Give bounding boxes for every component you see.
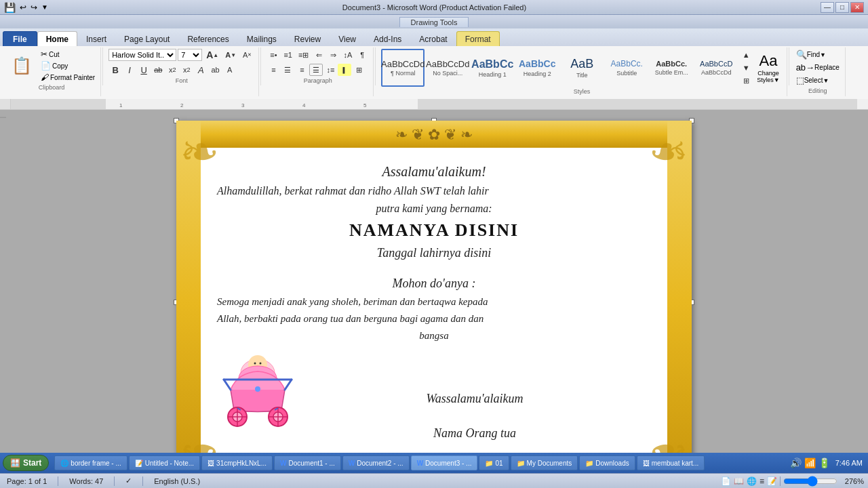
quick-access-undo[interactable]: ↩	[20, 3, 26, 12]
format-painter-button[interactable]: 🖌 Format Painter	[39, 72, 96, 83]
window-controls[interactable]: — □ ✕	[821, 2, 864, 13]
tray-icon-3[interactable]: 🔋	[818, 458, 830, 468]
taskbar-item-doc3[interactable]: WDocument3 - ...	[411, 455, 478, 470]
taskbar-item-notepad[interactable]: 📝Untitled - Note...	[129, 455, 200, 470]
tab-insert[interactable]: Insert	[77, 31, 115, 46]
subscript-button[interactable]: x2	[165, 64, 179, 76]
multilevel-button[interactable]: ≡⊞	[296, 49, 311, 61]
align-left-button[interactable]: ≡	[267, 64, 280, 76]
sort-button[interactable]: ↕A	[340, 49, 355, 61]
shading-button[interactable]: ▌	[338, 64, 351, 76]
borders-button[interactable]: ⊞	[352, 64, 366, 76]
tab-references[interactable]: References	[178, 31, 237, 46]
italic-button[interactable]: I	[123, 64, 136, 76]
line-spacing-button[interactable]: ↕≡	[323, 64, 337, 76]
taskbar-item-doc2[interactable]: WDocument2 - ...	[342, 455, 410, 470]
tab-mailings[interactable]: Mailings	[238, 31, 285, 46]
font-size-select[interactable]: 7	[178, 49, 202, 61]
tab-page-layout[interactable]: Page Layout	[115, 31, 178, 46]
tray-icon-2[interactable]: 📶	[804, 458, 816, 468]
selection-handle-mr[interactable]	[689, 300, 694, 305]
decrease-indent-button[interactable]: ⇐	[312, 49, 326, 61]
view-web-button[interactable]: 🌐	[747, 476, 757, 486]
view-print-button[interactable]: 📄	[721, 476, 731, 486]
selection-handle-ml[interactable]	[174, 300, 179, 305]
taskbar-item-downloads[interactable]: 📁Downloads	[579, 455, 635, 470]
tab-add-ins[interactable]: Add-Ins	[365, 31, 410, 46]
svg-text:5: 5	[363, 102, 367, 108]
find-button[interactable]: 🔍 Find▼	[795, 49, 841, 60]
clear-format-button[interactable]: A✕	[240, 49, 254, 61]
superscript-button[interactable]: x2	[180, 64, 193, 76]
tab-home[interactable]: Home	[37, 31, 77, 46]
selection-handle-tr[interactable]	[689, 118, 694, 123]
font-name-select[interactable]: Harlow Solid It...	[108, 49, 176, 61]
style-subtle-em[interactable]: AaBbCc. Subtle Em...	[650, 49, 693, 87]
close-button[interactable]: ✕	[850, 2, 864, 13]
replace-button[interactable]: ab→ Replace	[795, 62, 841, 73]
style-nospace-label: No Spaci...	[433, 70, 462, 77]
taskbar-item-kart[interactable]: 🖼membuat kart...	[637, 455, 705, 470]
tab-view[interactable]: View	[330, 31, 365, 46]
center-button[interactable]: ☰	[281, 64, 294, 76]
taskbar-item-doc1[interactable]: WDocument1 - ...	[274, 455, 341, 470]
bold-button[interactable]: B	[108, 64, 122, 76]
left-margin-handle[interactable]: |	[0, 117, 7, 118]
zoom-slider[interactable]	[783, 477, 837, 485]
tray-icon-1[interactable]: 🔊	[790, 458, 802, 468]
change-styles-button[interactable]: Aa Change Styles▼	[754, 49, 782, 86]
cut-button[interactable]: ✂ Cut	[39, 49, 96, 60]
view-outline-button[interactable]: ≡	[760, 476, 764, 486]
taskbar-item-img1[interactable]: 🖼31cmpHkLNxL...	[201, 455, 273, 470]
select-button[interactable]: ⬚ Select▼	[795, 75, 841, 86]
style-accd[interactable]: AaBbCcD AaBbCcDd	[694, 49, 738, 87]
strikethrough-button[interactable]: ab	[151, 64, 165, 76]
taskbar-item-border[interactable]: 🌐border frame - ...	[54, 455, 127, 470]
styles-scroll-up[interactable]: ▲	[739, 49, 753, 61]
selection-handle-tl[interactable]	[174, 118, 179, 123]
styles-scroll-down[interactable]: ▼	[739, 62, 753, 74]
quick-access-save[interactable]: 💾	[4, 2, 16, 13]
show-marks-button[interactable]: ¶	[355, 49, 369, 61]
tab-review[interactable]: Review	[285, 31, 330, 46]
style-subtitle[interactable]: AaBbCc. Subtitle	[605, 49, 648, 87]
zoom-level[interactable]: 276%	[840, 477, 864, 485]
taskbar-item-mydocs[interactable]: 📁My Documents	[511, 455, 578, 470]
tab-acrobat[interactable]: Acrobat	[410, 31, 456, 46]
style-heading2[interactable]: AaBbCc Heading 2	[515, 49, 559, 87]
doc-right-section: Wassalamu'alaikum Nama Orang tua	[298, 392, 651, 441]
style-nospace[interactable]: AaBbCcDd No Spaci...	[426, 49, 469, 87]
language-status[interactable]: English (U.S.)	[151, 476, 203, 486]
text-highlight-button[interactable]: ab	[208, 64, 222, 76]
justify-button[interactable]: ☰	[309, 64, 323, 76]
quick-access-dropdown[interactable]: ▼	[41, 3, 48, 11]
spell-check-icon[interactable]: ✓	[123, 476, 134, 486]
underline-button[interactable]: U	[137, 64, 151, 76]
selection-handle-tc[interactable]	[431, 118, 437, 123]
taskbar-item-01[interactable]: 📁01	[479, 455, 509, 470]
copy-button[interactable]: 📄 Copy	[39, 60, 96, 71]
style-heading1[interactable]: AaBbCc Heading 1	[471, 49, 514, 87]
font-color-button[interactable]: A	[223, 64, 237, 76]
numbering-button[interactable]: ≡1	[281, 49, 295, 61]
font-grow-button[interactable]: A▲	[203, 49, 221, 61]
style-normal[interactable]: AaBbCcDd ¶ Normal	[381, 49, 425, 87]
styles-expand[interactable]: ⊞	[739, 75, 753, 87]
bullets-button[interactable]: ≡•	[267, 49, 280, 61]
tab-format[interactable]: Format	[456, 31, 500, 46]
align-right-button[interactable]: ≡	[295, 64, 309, 76]
font-shrink-button[interactable]: A▼	[222, 49, 239, 61]
minimize-button[interactable]: —	[821, 2, 834, 13]
view-draft-button[interactable]: 📝	[767, 476, 777, 486]
text-effects-button[interactable]: A	[194, 64, 208, 76]
style-title[interactable]: AaB Title	[560, 49, 604, 87]
start-button[interactable]: 🪟 Start	[3, 455, 49, 471]
view-full-button[interactable]: 📖	[734, 476, 744, 486]
clock[interactable]: 7:46 AM	[833, 458, 865, 468]
document-scroll[interactable]: ❧ ❦ ✿ ❦ ❧ ❧ ❦ ✿ ❦ ❧ ❦ ✿ ❦ ✿ ❦	[11, 110, 857, 480]
restore-button[interactable]: □	[835, 2, 849, 13]
tab-file[interactable]: File	[3, 31, 37, 46]
quick-access-redo[interactable]: ↪	[31, 3, 37, 12]
increase-indent-button[interactable]: ⇒	[326, 49, 340, 61]
paste-button[interactable]: 📋	[7, 51, 37, 81]
